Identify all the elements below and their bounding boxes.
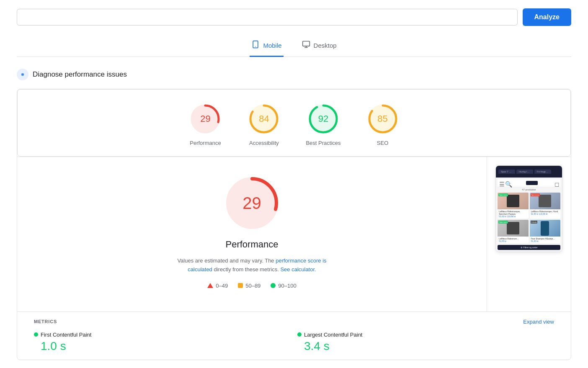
big-performance-value: 29 (242, 194, 261, 213)
desktop-icon (302, 40, 310, 51)
tab-mobile-label: Mobile (263, 42, 281, 49)
site-logo (526, 181, 538, 185)
metric-fcp: First Contentful Paint 1.0 s (34, 332, 291, 353)
product-badge-3: Spar mere (498, 221, 508, 224)
score-description: Values are estimated and may vary. The p… (168, 257, 336, 274)
legend-poor-range: 0–49 (216, 283, 228, 289)
device-tabs: Mobile Desktop (17, 36, 571, 57)
tab-mobile[interactable]: Mobile (250, 36, 283, 57)
filter-bar: ⚙ Filtrer og sorter (498, 245, 560, 250)
product-price-1: 51,83 kr 119,86 kr (499, 215, 527, 218)
svg-rect-0 (253, 41, 258, 48)
metrics-section: METRICS Expand view First Contentful Pai… (17, 311, 571, 360)
seo-value: 85 (377, 113, 387, 124)
legend-poor: 0–49 (207, 283, 228, 289)
seo-label: SEO (377, 140, 388, 146)
product-badge-1: Spar mere (498, 193, 508, 196)
legend-good-range: 90–100 (278, 283, 296, 289)
score-accessibility: 84 Accessibility (247, 102, 281, 146)
product-price-3: 51,83 kr (499, 240, 527, 242)
analyze-button[interactable]: Analyze (523, 8, 571, 26)
metric-lcp-value: 3.4 s (297, 340, 554, 353)
best-practices-circle: 92 (307, 102, 340, 136)
products-grid: Spar mere LeMieux Ridestramper, Spectrum… (498, 193, 560, 243)
metric-lcp-name: Largest Contentful Paint (304, 332, 362, 338)
big-performance-circle: 29 (223, 174, 281, 232)
big-score-section: 29 Performance Values are estimated and … (34, 174, 470, 289)
scores-section: 29 Performance 84 Accessibility (17, 89, 571, 157)
legend-good: 90–100 (271, 283, 296, 289)
scores-row: 29 Performance 84 Accessibility (26, 102, 562, 146)
screenshot-header: ☰ 🔍 ◻ (498, 179, 560, 187)
diagnose-header: Diagnose performance issues (17, 69, 571, 80)
expand-view-button[interactable]: Expand view (523, 319, 554, 325)
best-practices-label: Best Practices (306, 140, 340, 146)
url-input[interactable]: https://heyo.dk/collections/outlet (17, 9, 518, 26)
website-screenshot: Spar 7 dage Hurtig levering Fri fragt i … (495, 165, 562, 252)
right-panel: Spar 7 dage Hurtig levering Fri fragt i … (487, 157, 571, 311)
triangle-icon (207, 283, 213, 288)
product-card-4: Udsalg Feat Shampoo Hårpleje... 51,83 kr (530, 220, 561, 243)
score-best-practices: 92 Best Practices (306, 102, 340, 146)
product-info-2: LeMieux Ridestramper, Hund 51,83 kr 119,… (530, 209, 561, 216)
legend-needs-improvement: 50–89 (238, 283, 260, 289)
score-legend: 0–49 50–89 90–100 (207, 283, 296, 289)
tab-desktop-label: Desktop (314, 42, 337, 49)
accessibility-value: 84 (259, 113, 269, 124)
metric-fcp-dot (34, 332, 38, 337)
screenshot-topbar: Spar 7 dage Hurtig levering Fri fragt i … (496, 166, 562, 178)
topbar-tab-2: Hurtig levering (516, 170, 533, 174)
circle-icon (271, 283, 276, 288)
product-card-2: Spar mere LeMieux Ridestramper, Hund 51,… (530, 193, 561, 219)
product-badge-2: Spar mere (531, 193, 540, 196)
screenshot-content: ☰ 🔍 ◻ 47 produkter (496, 178, 562, 252)
seo-circle: 85 (366, 102, 400, 136)
square-icon (238, 283, 243, 288)
metric-lcp: Largest Contentful Paint 3.4 s (297, 332, 554, 353)
big-performance-label: Performance (226, 239, 279, 250)
score-performance: 29 Performance (188, 102, 222, 146)
see-calculator-link[interactable]: See calculator. (280, 266, 316, 273)
topbar-tabs: Spar 7 dage Hurtig levering Fri fragt i … (498, 170, 551, 174)
svg-rect-2 (302, 41, 309, 46)
tab-desktop[interactable]: Desktop (300, 36, 338, 57)
metrics-grid: First Contentful Paint 1.0 s Largest Con… (34, 332, 554, 353)
accessibility-circle: 84 (247, 102, 281, 136)
metrics-header: METRICS Expand view (34, 319, 554, 325)
metrics-title: METRICS (34, 319, 57, 324)
product-img-2: Spar mere (530, 193, 561, 209)
metric-fcp-value: 1.0 s (34, 340, 291, 353)
topbar-tab-1: Spar 7 dage (498, 170, 515, 174)
metric-lcp-label-row: Largest Contentful Paint (297, 332, 554, 338)
product-card-3: Spar mere LeMieux Ridestram... 51,83 kr (498, 220, 529, 243)
performance-circle: 29 (188, 102, 222, 136)
svg-point-7 (22, 74, 23, 75)
mobile-icon (251, 40, 260, 51)
best-practices-value: 92 (318, 113, 328, 124)
performance-label: Performance (190, 140, 221, 146)
product-img-1: Spar mere (498, 193, 529, 209)
content-body: 29 Performance Values are estimated and … (17, 157, 571, 311)
product-info-4: Feat Shampoo Hårpleje... 51,83 kr (530, 237, 561, 243)
product-card-1: Spar mere LeMieux Ridestramper, Spectrum… (498, 193, 529, 219)
metric-lcp-dot (297, 332, 302, 337)
product-info-1: LeMieux Ridestramper, Spectrum Papaya 51… (498, 209, 529, 219)
product-price-4: 51,83 kr (531, 240, 560, 242)
product-img-3: Spar mere (498, 220, 529, 237)
diagnose-icon (17, 69, 28, 80)
product-name-1: LeMieux Ridestramper, Spectrum Papaya (499, 210, 527, 215)
product-badge-4: Udsalg (531, 221, 537, 224)
accessibility-label: Accessibility (249, 140, 279, 146)
url-bar-section: https://heyo.dk/collections/outlet Analy… (17, 8, 571, 26)
product-info-3: LeMieux Ridestram... 51,83 kr (498, 237, 529, 243)
metric-fcp-label-row: First Contentful Paint (34, 332, 291, 338)
topbar-tab-3: Fri fragt i hele s (534, 170, 551, 174)
legend-needs-improvement-range: 50–89 (245, 283, 260, 289)
performance-value: 29 (200, 113, 210, 124)
score-seo: 85 SEO (366, 102, 400, 146)
main-card: 29 Performance 84 Accessibility (17, 89, 571, 360)
metric-fcp-name: First Contentful Paint (41, 332, 91, 338)
product-img-4: Udsalg (530, 220, 561, 237)
left-panel: 29 Performance Values are estimated and … (17, 157, 487, 311)
product-count: 47 produkter (498, 188, 560, 191)
